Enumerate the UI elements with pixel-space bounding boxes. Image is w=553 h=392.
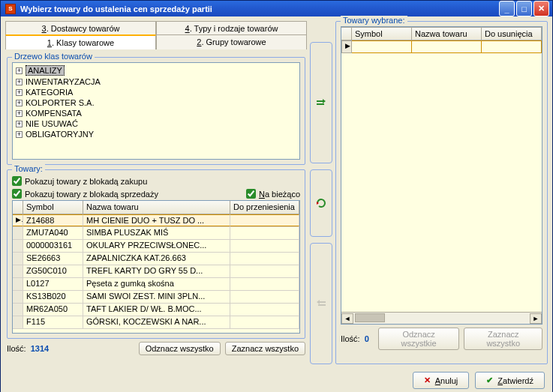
zatwierdz-button[interactable]: ✔Zatwierdź — [475, 372, 545, 389]
table-row[interactable]: ▶Z14688MH CIENIE DUO + TUSZ DO ... — [13, 214, 299, 227]
anuluj-button[interactable]: ✕Anuluj — [413, 372, 470, 389]
left-panel: 3. Dostawcy towarów 4. Typy i rodzaje to… — [5, 21, 307, 364]
tree-item-label: INWENTARYZACJA — [26, 77, 101, 86]
bottom-bar: ✕Anuluj ✔Zatwierdź — [5, 364, 548, 389]
cell-do — [230, 240, 299, 252]
grid-header-do[interactable]: Do przeniesienia — [230, 201, 299, 214]
check-blokada-zakupu[interactable]: Pokazuj towary z blokadą zakupu — [12, 176, 300, 186]
tree-item[interactable]: +KOLPORTER S.A. — [16, 97, 296, 108]
table-row[interactable]: KS13B020SAMI SWOI ZEST. MINI 3PLN... — [13, 291, 299, 304]
expand-icon[interactable]: + — [16, 89, 23, 96]
tree-item-label: NIE USUWAĆ — [26, 119, 78, 128]
maximize-button[interactable]: □ — [516, 1, 532, 16]
grid-header-nazwa[interactable]: Nazwa towaru — [83, 201, 230, 214]
middle-panel — [310, 21, 332, 364]
towary-frame: Towary: Pokazuj towary z blokadą zakupu … — [7, 169, 305, 339]
selected-grid[interactable]: Symbol Nazwa towaru Do usunięcia ▶ — [341, 26, 542, 325]
tree-item[interactable]: +NIE USUWAĆ — [16, 118, 296, 129]
table-row[interactable]: 0000003161OKULARY PRZECIWSŁONEC... — [13, 240, 299, 253]
cell-nazwa: TREFL KARTY DO GRY 55 D... — [83, 265, 230, 277]
tab-row-1: 3. Dostawcy towarów 4. Typy i rodzaje to… — [5, 21, 307, 35]
table-row[interactable]: MR62A050TAFT LAKIER D/ WŁ. B.MOC... — [13, 304, 299, 316]
cell-symbol: SE26663 — [23, 253, 83, 265]
grid-header-symbol[interactable]: Symbol — [23, 201, 83, 214]
move-right-icon[interactable] — [314, 95, 329, 110]
zaznacz-wszystko-button[interactable]: Zaznacz wszystko — [225, 342, 305, 355]
tree-item-label: KOLPORTER S.A. — [26, 98, 95, 107]
sg-hscroll[interactable]: ◄ ► — [341, 312, 542, 324]
move-left-icon[interactable] — [314, 296, 329, 311]
main-layout: 3. Dostawcy towarów 4. Typy i rodzaje to… — [5, 21, 548, 364]
check-blokada-zakupu-box[interactable] — [12, 176, 22, 186]
cell-nazwa: Pęseta z gumką skośna — [83, 278, 230, 290]
check-blokada-sprzedazy-box[interactable] — [12, 189, 22, 199]
expand-icon[interactable]: + — [16, 100, 23, 106]
tab-types[interactable]: 4. Typy i rodzaje towarów — [156, 21, 307, 35]
tree-item[interactable]: +INWENTARYZACJA — [16, 76, 296, 87]
r-ilosc-value: 0 — [365, 334, 369, 343]
close-button[interactable]: ✕ — [533, 1, 549, 16]
cell-do — [230, 214, 299, 226]
table-row[interactable]: ZMU7A040SIMBA PLUSZAK MIŚ — [13, 227, 299, 240]
tree-item[interactable]: +OBLIGATORYJNY — [16, 129, 296, 139]
selected-grid-header: Symbol Nazwa towaru Do usunięcia — [341, 27, 542, 40]
cell-do — [230, 304, 299, 316]
row-indicator — [13, 316, 23, 328]
cell-do — [230, 227, 299, 239]
expand-icon[interactable]: + — [16, 110, 23, 117]
svg-rect-1 — [317, 103, 324, 105]
table-row[interactable]: L0127Pęseta z gumką skośna — [13, 278, 299, 291]
selected-frame-title: Towary wybrane: — [341, 16, 407, 25]
tree-item[interactable]: +KOMPENSATA — [16, 108, 296, 118]
hscroll-thumb[interactable] — [355, 313, 385, 322]
refresh-box — [310, 169, 332, 237]
sg-header-symbol[interactable]: Symbol — [352, 27, 412, 40]
class-tree[interactable]: +ANALIZY+INWENTARYZACJA+KATEGORIA+KOLPOR… — [12, 62, 300, 160]
sg-body: ▶ — [341, 40, 542, 312]
tree-item[interactable]: +ANALIZY — [16, 64, 296, 76]
table-row[interactable]: SE26663ZAPALNICZKA KAT.26.663 — [13, 253, 299, 265]
tree-item-label: KATEGORIA — [26, 88, 73, 97]
tab-classes[interactable]: 1. Klasy towarowe — [5, 34, 156, 49]
towary-frame-title: Towary: — [12, 164, 45, 173]
row-indicator — [13, 227, 23, 239]
right-footer: Ilość: 0 Odznacz wszystkie Zaznacz wszys… — [341, 325, 542, 350]
check-na-biezaco[interactable]: Na bieżąco — [246, 189, 300, 199]
r-odznacz-button: Odznacz wszystkie — [378, 328, 460, 350]
table-row[interactable]: F115GÓRSKI, KOCZEWSKI A NAR... — [13, 316, 299, 329]
tab-suppliers[interactable]: 3. Dostawcy towarów — [5, 21, 156, 35]
cell-nazwa: MH CIENIE DUO + TUSZ DO ... — [83, 214, 230, 226]
expand-icon[interactable]: + — [16, 79, 23, 85]
expand-icon[interactable]: + — [16, 67, 23, 74]
minimize-button[interactable]: _ — [499, 1, 515, 16]
cell-nazwa: TAFT LAKIER D/ WŁ. B.MOC... — [83, 304, 230, 316]
refresh-icon[interactable] — [314, 196, 329, 211]
check-blokada-sprzedazy[interactable]: Pokazuj towary z blokadą sprzedaży — [12, 189, 158, 199]
tab-groups[interactable]: 2. Grupy towarowe — [156, 34, 307, 49]
sg-header-nazwa[interactable]: Nazwa towaru — [412, 27, 482, 40]
expand-icon[interactable]: + — [16, 121, 23, 127]
tree-item-label: ANALIZY — [26, 65, 65, 76]
cell-symbol: F115 — [23, 316, 83, 328]
expand-icon[interactable]: + — [16, 131, 23, 138]
sg-header-indicator — [341, 27, 352, 40]
check-blokada-sprzedazy-label: Pokazuj towary z blokadą sprzedaży — [25, 190, 158, 199]
cell-nazwa: OKULARY PRZECIWSŁONEC... — [83, 240, 230, 252]
confirm-icon: ✔ — [486, 376, 493, 385]
table-row[interactable]: ZG50C010TREFL KARTY DO GRY 55 D... — [13, 265, 299, 278]
r-ilosc-label: Ilość: — [341, 334, 360, 343]
sg-empty-row[interactable]: ▶ — [341, 40, 542, 53]
cell-symbol: L0127 — [23, 278, 83, 290]
tree-item[interactable]: +KATEGORIA — [16, 87, 296, 97]
grid-header-indicator — [13, 201, 23, 214]
sg-header-do[interactable]: Do usunięcia — [482, 27, 542, 40]
row-indicator — [13, 304, 23, 316]
main-window: S Wybierz towary do ustalenia cen sprzed… — [0, 0, 553, 392]
window-title: Wybierz towary do ustalenia cen sprzedaż… — [20, 4, 497, 13]
check-na-biezaco-box[interactable] — [246, 189, 256, 199]
towary-grid[interactable]: Symbol Nazwa towaru Do przeniesienia ▶Z1… — [12, 200, 300, 334]
hscroll-left-icon[interactable]: ◄ — [341, 313, 353, 324]
cancel-icon: ✕ — [424, 376, 431, 385]
hscroll-right-icon[interactable]: ► — [530, 313, 542, 324]
odznacz-wszystko-button[interactable]: Odznacz wszystko — [139, 342, 221, 355]
